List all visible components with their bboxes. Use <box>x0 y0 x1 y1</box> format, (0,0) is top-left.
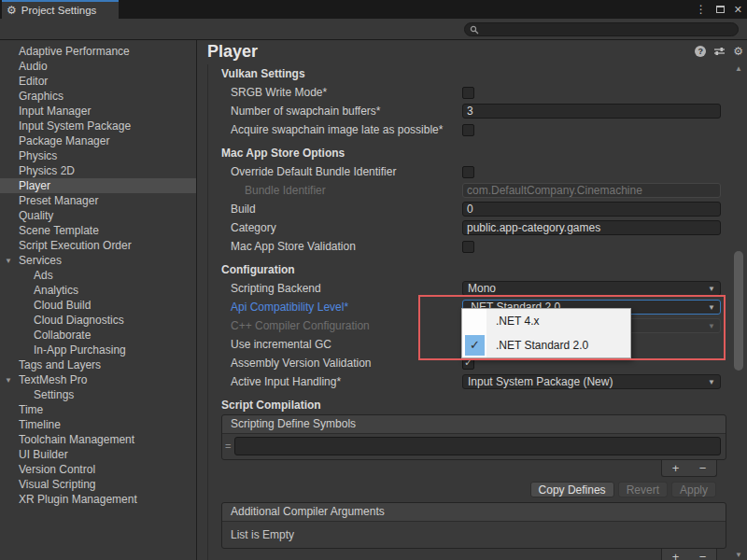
menu-item-label: .NET Standard 2.0 <box>496 339 588 352</box>
sidebar-item-scene-template[interactable]: Scene Template <box>0 223 196 238</box>
tab-title: Project Settings <box>21 5 97 16</box>
sidebar-item-label: Version Control <box>19 463 95 476</box>
remove-button[interactable]: − <box>699 462 707 475</box>
foldout-arrow-icon[interactable]: ▼ <box>5 254 12 269</box>
sidebar-item-quality[interactable]: Quality <box>0 208 196 223</box>
sidebar-item-collaborate[interactable]: Collaborate <box>0 328 196 343</box>
tab-project-settings[interactable]: ⚙ Project Settings <box>2 0 119 19</box>
sidebar-item-physics[interactable]: Physics <box>0 148 196 163</box>
scrollbar-thumb[interactable] <box>734 251 743 371</box>
apply-button[interactable]: Apply <box>671 482 716 497</box>
sidebar-item-textmesh-pro[interactable]: ▼TextMesh Pro <box>0 372 196 387</box>
checkbox-assembly-version-validation[interactable]: ✓ <box>462 357 474 370</box>
sidebar-item-adaptive-performance[interactable]: Adaptive Performance <box>0 44 196 59</box>
text-field-bundle-identifier[interactable] <box>462 183 721 198</box>
window-controls: ⋮ ✕ <box>696 0 742 19</box>
gear-icon[interactable]: ⚙ <box>733 46 743 57</box>
sidebar-item-label: Ads <box>34 269 53 282</box>
menu-kebab-icon[interactable]: ⋮ <box>696 3 707 16</box>
sidebar-item-audio[interactable]: Audio <box>0 59 196 74</box>
sidebar-item-cloud-diagnostics[interactable]: Cloud Diagnostics <box>0 313 196 328</box>
sidebar-item-preset-manager[interactable]: Preset Manager <box>0 193 196 208</box>
sidebar-item-label: Analytics <box>34 284 78 297</box>
sidebar-item-services[interactable]: ▼Services <box>0 253 196 268</box>
scroll-down-icon[interactable]: ▼ <box>731 551 746 559</box>
checkbox-mac-app-store-validation[interactable] <box>462 241 474 253</box>
sidebar-item-timeline[interactable]: Timeline <box>0 417 196 432</box>
text-field-category[interactable] <box>462 220 721 235</box>
sidebar-item-settings[interactable]: Settings <box>0 387 196 402</box>
list-empty-label: List is Empty <box>222 522 726 548</box>
drag-handle-icon[interactable]: = <box>225 441 231 452</box>
sidebar-item-label: Time <box>19 403 43 416</box>
sidebar-item-toolchain-management[interactable]: Toolchain Management <box>0 432 196 447</box>
checkbox-override-default-bundle-identifier[interactable] <box>462 166 474 178</box>
field-label: Number of swapchain buffers* <box>221 105 462 118</box>
help-icon[interactable]: ? <box>695 46 706 57</box>
sidebar-item-input-system-package[interactable]: Input System Package <box>0 119 196 133</box>
header-icons: ? ⚙ <box>695 46 743 57</box>
sidebar-item-label: Timeline <box>19 418 61 431</box>
define-symbols-buttons: Copy Defines Revert Apply <box>221 482 716 497</box>
search-input[interactable] <box>482 24 725 35</box>
checkbox-srgb-write-mode[interactable] <box>462 87 474 99</box>
section-header-configuration: Configuration <box>221 260 728 279</box>
sidebar-item-label: Visual Scripting <box>19 478 96 491</box>
additional-compiler-arguments-box: Additional Compiler Arguments List is Em… <box>221 502 726 549</box>
sidebar-item-physics-2d[interactable]: Physics 2D <box>0 163 196 178</box>
sidebar-item-analytics[interactable]: Analytics <box>0 283 196 298</box>
sidebar-item-tags-and-layers[interactable]: Tags and Layers <box>0 357 196 372</box>
sidebar-item-ui-builder[interactable]: UI Builder <box>0 447 196 462</box>
dropdown-active-input-handling[interactable]: Input System Package (New)▼ <box>462 374 721 389</box>
sidebar-item-version-control[interactable]: Version Control <box>0 462 196 477</box>
sidebar-item-label: Quality <box>19 209 53 222</box>
close-icon[interactable]: ✕ <box>734 4 742 16</box>
sidebar-item-cloud-build[interactable]: Cloud Build <box>0 298 196 313</box>
sidebar-item-input-manager[interactable]: Input Manager <box>0 104 196 119</box>
sidebar-item-label: Settings <box>34 388 74 401</box>
menu-item-net-standard-20[interactable]: ✓ .NET Standard 2.0 <box>462 333 630 357</box>
add-button[interactable]: + <box>672 462 680 475</box>
scroll-up-icon[interactable]: ▲ <box>731 64 746 73</box>
define-symbol-input[interactable] <box>234 437 721 455</box>
sidebar-item-player[interactable]: Player <box>0 178 196 193</box>
selected-check-icon: ✓ <box>465 335 485 356</box>
add-button[interactable]: + <box>672 551 680 560</box>
sidebar-item-label: In-App Purchasing <box>34 343 126 357</box>
vertical-scrollbar[interactable]: ▲ ▼ <box>731 63 746 560</box>
sidebar-item-graphics[interactable]: Graphics <box>0 89 196 104</box>
sidebar-item-label: Preset Manager <box>19 194 98 207</box>
field-label: Use incremental GC <box>221 338 462 351</box>
sidebar-item-package-manager[interactable]: Package Manager <box>0 133 196 148</box>
settings-row-override-default-bundle-identifier: Override Default Bundle Identifier <box>221 162 728 181</box>
menu-item-net-4x[interactable]: .NET 4.x <box>462 309 630 333</box>
field-label: Scripting Backend <box>221 282 462 295</box>
sidebar-item-time[interactable]: Time <box>0 402 196 417</box>
sidebar-item-visual-scripting[interactable]: Visual Scripting <box>0 477 196 492</box>
checkbox-acquire-swapchain-image-late-as-possible[interactable] <box>462 124 474 136</box>
text-field-build[interactable] <box>462 202 721 217</box>
remove-button[interactable]: − <box>699 551 707 560</box>
revert-button[interactable]: Revert <box>618 482 668 497</box>
section-header-vulkan-settings: Vulkan Settings <box>221 64 728 83</box>
sidebar-item-label: Input Manager <box>19 105 91 118</box>
sidebar-item-label: Input System Package <box>19 119 131 133</box>
settings-row-mac-app-store-validation: Mac App Store Validation <box>221 237 728 256</box>
foldout-arrow-icon[interactable]: ▼ <box>5 373 12 388</box>
additional-compiler-arguments-title: Additional Compiler Arguments <box>222 503 726 522</box>
copy-defines-button[interactable]: Copy Defines <box>530 482 614 497</box>
settings-row-bundle-identifier: Bundle Identifier <box>221 181 728 200</box>
main-header: Player <box>197 40 747 63</box>
sidebar-item-editor[interactable]: Editor <box>0 74 196 89</box>
sidebar-item-ads[interactable]: Ads <box>0 268 196 283</box>
text-field-number-of-swapchain-buffers[interactable] <box>462 104 721 119</box>
field-label: Api Compatibility Level* <box>221 301 462 314</box>
search-box[interactable] <box>464 22 739 36</box>
sidebar-item-xr-plugin-management[interactable]: XR Plugin Management <box>0 492 196 507</box>
sidebar-item-script-execution-order[interactable]: Script Execution Order <box>0 238 196 253</box>
presets-icon[interactable] <box>713 46 726 57</box>
sidebar-item-in-app-purchasing[interactable]: In-App Purchasing <box>0 343 196 357</box>
sidebar-item-label: Audio <box>19 60 48 73</box>
dropdown-scripting-backend[interactable]: Mono▼ <box>462 281 721 296</box>
maximize-icon[interactable] <box>716 6 725 13</box>
